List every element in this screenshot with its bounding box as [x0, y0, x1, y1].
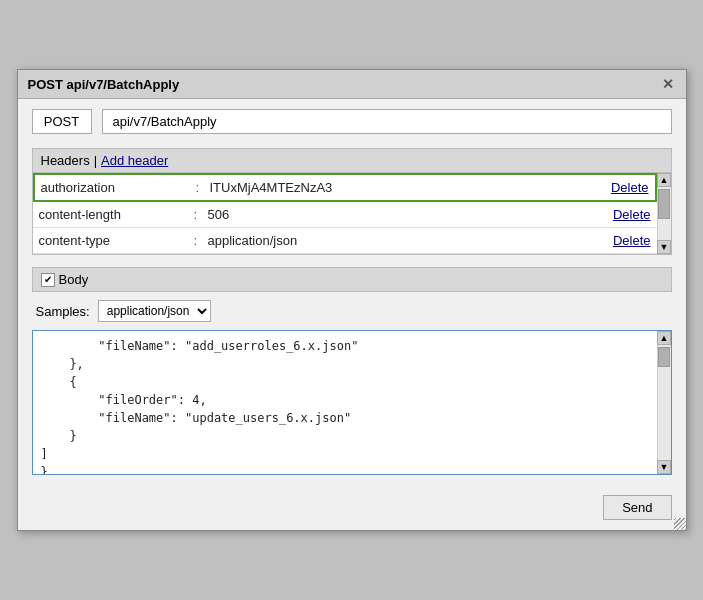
scroll-thumb[interactable] — [658, 189, 670, 219]
header-value-authorization: ITUxMjA4MTEzNzA3 — [210, 180, 603, 195]
body-section-header: ✔ Body — [32, 267, 672, 292]
body-scroll-up-btn[interactable]: ▲ — [657, 331, 671, 345]
headers-section: Headers | Add header authorization : ITU… — [32, 148, 672, 255]
header-value-content-length: 506 — [208, 207, 605, 222]
delete-content-length-link[interactable]: Delete — [605, 207, 651, 222]
close-button[interactable]: ✕ — [660, 76, 676, 92]
header-name-authorization: authorization — [41, 180, 196, 195]
header-colon-2: : — [194, 233, 208, 248]
header-row-authorization: authorization : ITUxMjA4MTEzNzA3 Delete — [33, 173, 657, 202]
delete-content-type-link[interactable]: Delete — [605, 233, 651, 248]
scroll-down-btn[interactable]: ▼ — [657, 240, 671, 254]
body-scroll-thumb[interactable] — [658, 347, 670, 367]
dialog-body: POST api/v7/BatchApply Headers | Add hea… — [18, 99, 686, 485]
dialog-title: POST api/v7/BatchApply — [28, 77, 180, 92]
body-section: ✔ Body Samples: application/json "fileNa… — [32, 267, 672, 475]
method-label: POST — [32, 109, 92, 134]
header-value-content-type: application/json — [208, 233, 605, 248]
title-bar: POST api/v7/BatchApply ✕ — [18, 70, 686, 99]
headers-table: authorization : ITUxMjA4MTEzNzA3 Delete … — [33, 173, 657, 254]
footer: Send — [18, 485, 686, 530]
url-value: api/v7/BatchApply — [102, 109, 672, 134]
body-checkbox[interactable]: ✔ — [41, 273, 55, 287]
dialog: POST api/v7/BatchApply ✕ POST api/v7/Bat… — [17, 69, 687, 531]
body-label: Body — [59, 272, 89, 287]
delete-authorization-link[interactable]: Delete — [603, 180, 649, 195]
body-content[interactable]: "fileName": "add_userroles_6.x.json" }, … — [33, 331, 657, 474]
headers-section-header: Headers | Add header — [32, 148, 672, 173]
resize-handle[interactable] — [674, 518, 686, 530]
header-colon-0: : — [196, 180, 210, 195]
add-header-link[interactable]: Add header — [101, 153, 168, 168]
header-row-content-length: content-length : 506 Delete — [33, 202, 657, 228]
header-row-content-type: content-type : application/json Delete — [33, 228, 657, 254]
header-colon-1: : — [194, 207, 208, 222]
headers-pipe: | — [94, 153, 97, 168]
body-scroll-down-btn[interactable]: ▼ — [657, 460, 671, 474]
send-button[interactable]: Send — [603, 495, 671, 520]
headers-scrollbar: ▲ ▼ — [657, 173, 671, 254]
header-name-content-type: content-type — [39, 233, 194, 248]
headers-label: Headers — [41, 153, 90, 168]
header-name-content-length: content-length — [39, 207, 194, 222]
scroll-up-btn[interactable]: ▲ — [657, 173, 671, 187]
headers-table-wrapper: authorization : ITUxMjA4MTEzNzA3 Delete … — [32, 173, 672, 255]
method-url-row: POST api/v7/BatchApply — [32, 109, 672, 134]
samples-label: Samples: — [36, 304, 90, 319]
body-content-wrapper: "fileName": "add_userroles_6.x.json" }, … — [32, 330, 672, 475]
samples-row: Samples: application/json — [32, 292, 672, 330]
samples-select[interactable]: application/json — [98, 300, 211, 322]
body-scrollbar: ▲ ▼ — [657, 331, 671, 474]
